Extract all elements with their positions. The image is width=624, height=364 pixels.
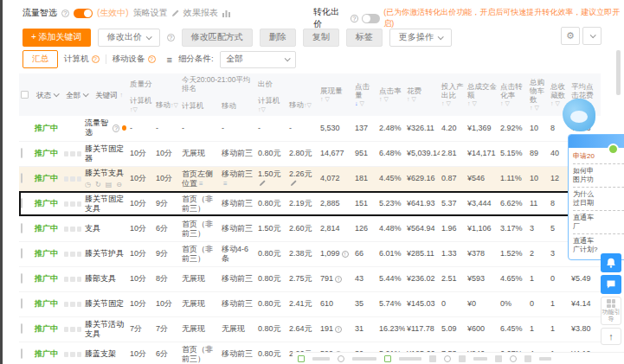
edit-pencil-icon[interactable] (291, 180, 297, 186)
help-icon[interactable]: ? (113, 125, 119, 132)
keyword[interactable]: 膝关节固定支具 (85, 195, 126, 214)
status-filter[interactable]: 状态 (36, 91, 58, 99)
bid-pc[interactable]: 0.80元 (256, 141, 287, 166)
segment-filter-select[interactable]: 全部 (220, 51, 296, 68)
tab-mobile[interactable]: 移动设备? (113, 54, 156, 65)
sub-bid-mobile[interactable]: 移动↑▽ (287, 94, 318, 116)
col-clicks[interactable]: 点击量↓ ▽ (353, 73, 377, 116)
row-checkbox[interactable] (21, 198, 23, 208)
info-icon[interactable]: ! (335, 276, 342, 283)
col-impressions[interactable]: 展现量↑ ▽ (318, 73, 353, 116)
bid-pc[interactable]: 0.80元 (256, 342, 287, 364)
bid-pc[interactable]: 0.80元 (256, 316, 287, 342)
back-to-top-button[interactable]: ↑ (601, 328, 621, 345)
delete-button[interactable]: 删除 (260, 29, 296, 47)
keyword[interactable]: 膝部支具 (85, 274, 126, 284)
help-panel-item[interactable]: 如何申图片功 (573, 164, 624, 188)
bid-mobile[interactable]: 2.80元 (287, 141, 318, 166)
keyword[interactable]: 支具 (85, 224, 126, 233)
favorites: 0 (549, 266, 569, 291)
row-checkbox[interactable] (21, 248, 23, 259)
row-checkbox[interactable] (21, 173, 23, 183)
rank-trend-icon[interactable]: ≡ (223, 180, 228, 188)
modify-match-button[interactable]: 修改匹配方式 (182, 29, 253, 47)
cost: ¥629.16 (405, 166, 440, 191)
col-roi[interactable]: 投入产出比↑ ▽ (440, 73, 466, 116)
bid-pc[interactable]: - (256, 116, 287, 141)
conversion-bid-toggle[interactable] (362, 14, 380, 23)
gear-icon[interactable]: ⚙ (561, 27, 580, 45)
row-checkbox[interactable] (21, 348, 23, 359)
keyword[interactable]: 流量智选? (85, 118, 126, 137)
roi: 4.20 (440, 116, 466, 141)
keyword-action-icons[interactable]: ◷↻▤⊖ (85, 180, 126, 189)
keyword[interactable]: 膝关节活动支具 (85, 320, 126, 339)
modify-bid-select[interactable]: 修改出价 (98, 29, 160, 47)
edit-pencil-icon[interactable] (260, 180, 266, 186)
help-icon[interactable]: ? (61, 10, 69, 17)
keyword-sort[interactable]: 关键词↑ (95, 91, 123, 99)
keyword[interactable]: 膝关节固定 (85, 299, 126, 309)
feature-guide-button[interactable]: 功能引导 (601, 297, 621, 325)
bid-mobile[interactable]: - (287, 116, 318, 141)
select-all-checkbox[interactable] (21, 91, 29, 99)
strategy-settings-link[interactable]: 策略设置 (133, 7, 168, 19)
collapse-button[interactable] (582, 27, 601, 45)
favorites: 1 (549, 316, 569, 342)
keyword[interactable]: 膝关节支具 (85, 169, 126, 178)
sub-quality-pc[interactable]: 计算机↑▽ (128, 94, 154, 116)
chat-button[interactable] (601, 275, 621, 294)
clicks: 151 (353, 191, 377, 216)
avg-cpc: ¥3.80 (569, 316, 601, 342)
col-cvr[interactable]: 点击转化率↑ ▽ (499, 73, 528, 116)
rank-mobile: 移动前三 (220, 291, 256, 316)
bid-mobile[interactable]: 2.26元 (287, 166, 318, 191)
bid-pc[interactable]: 1.50元 (256, 216, 287, 241)
bid-mobile[interactable]: 2.19元 (287, 191, 318, 216)
help-icon[interactable]: ? (351, 15, 358, 22)
row-checkbox[interactable] (21, 298, 23, 309)
bid-pc[interactable]: 1.50元 (256, 166, 287, 191)
tab-summary[interactable]: 汇总 (23, 50, 58, 68)
flow-smart-toggle[interactable] (74, 9, 93, 18)
help-icon[interactable]: ? (167, 34, 175, 42)
col-cost[interactable]: 花费↑ ▽ (405, 73, 440, 116)
more-actions-button[interactable]: 更多操作 (389, 29, 452, 47)
row-checkbox[interactable] (21, 323, 23, 334)
row-checkbox[interactable] (21, 273, 23, 284)
report-link[interactable]: 效果报表 (183, 7, 218, 19)
rank-trend-icon[interactable]: ≡ (199, 180, 203, 188)
bid-mobile[interactable]: 2.60元 (287, 216, 318, 241)
tag-button[interactable]: 标签 (346, 29, 383, 47)
bid-mobile[interactable]: 2.38元 (287, 241, 318, 266)
bid-pc[interactable]: 0.80元 (256, 241, 287, 266)
scrollbar-thumb[interactable] (616, 50, 621, 95)
help-panel-item[interactable]: 直通车厂 (573, 211, 624, 234)
keyword[interactable]: 膝盖支架 (85, 349, 126, 359)
bid-pc[interactable]: 0.80元 (256, 191, 287, 216)
tab-pc[interactable]: 计算机? (64, 54, 100, 65)
bid-mobile[interactable]: 2.41元 (287, 291, 318, 316)
bid-mobile[interactable]: 2.75元 (287, 266, 318, 291)
bid-mobile[interactable]: 2.64元 (287, 316, 318, 342)
row-checkbox[interactable] (21, 148, 23, 158)
clicks: 951 (353, 141, 377, 166)
col-cart[interactable]: 总购物车数↑ ▽ (528, 73, 549, 116)
info-icon[interactable]: ! (335, 326, 342, 333)
keyword[interactable]: 膝关节固定器 (85, 144, 126, 163)
sub-bid-pc[interactable]: 计算机↑▽ (256, 94, 287, 116)
bid-pc[interactable]: 0.80元 (256, 291, 287, 316)
col-ctr[interactable]: 点击率↑ ▽ (377, 73, 405, 116)
copy-button[interactable]: 复制 (303, 29, 339, 47)
row-checkbox[interactable] (21, 223, 23, 233)
bid-pc[interactable]: 0.80元 (256, 266, 287, 291)
assistant-mascot[interactable] (563, 99, 595, 131)
col-gmv[interactable]: 总成交金额↑ ▽ (466, 73, 499, 116)
scope-filter[interactable]: 全部 (66, 91, 87, 99)
info-icon[interactable]: ! (342, 251, 349, 258)
sub-quality-mobile[interactable]: 移动↑▽ (154, 94, 180, 116)
add-keyword-button[interactable]: + 添加关键词 (23, 29, 91, 47)
help-panel-item[interactable]: 为什么过日期 (573, 188, 624, 211)
keyword[interactable]: 膝关节护具 (85, 249, 126, 259)
notification-button[interactable] (601, 253, 621, 272)
